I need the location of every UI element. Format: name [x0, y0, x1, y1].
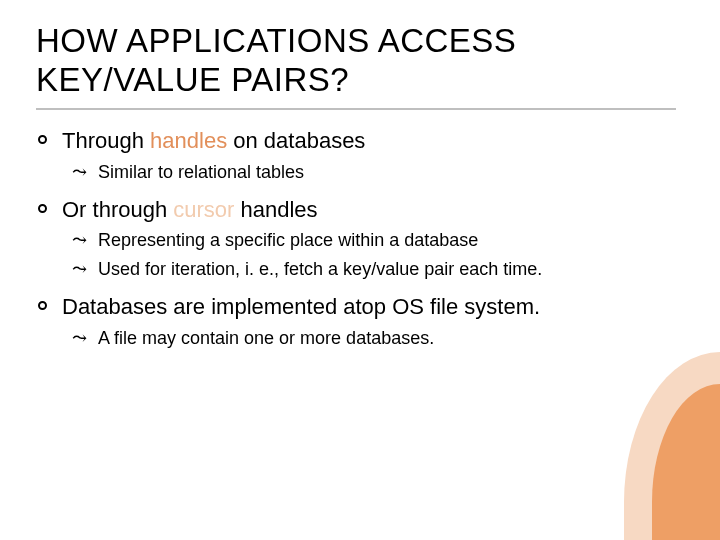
title-divider	[36, 108, 676, 110]
sub-text: Used for iteration, i. e., fetch a key/v…	[98, 259, 542, 279]
bullet-text-accent: handles	[150, 128, 227, 153]
bullet-text-accent: cursor	[173, 197, 234, 222]
bullet-text-pre: Or through	[62, 197, 173, 222]
bullet-text-post: on databases	[227, 128, 365, 153]
bullet-list: Through handles on databases ⤳ Similar t…	[36, 126, 684, 351]
swirl-icon: ⤳	[72, 228, 87, 253]
swirl-icon: ⤳	[72, 326, 87, 351]
sub-item: ⤳ A file may contain one or more databas…	[70, 326, 684, 351]
sub-item: ⤳ Similar to relational tables	[70, 160, 684, 185]
bullet-item: Through handles on databases ⤳ Similar t…	[36, 126, 684, 185]
sub-text: Similar to relational tables	[98, 162, 304, 182]
sub-text: Representing a specific place within a d…	[98, 230, 478, 250]
sub-list: ⤳ A file may contain one or more databas…	[62, 326, 684, 351]
bullet-text-pre: Databases are implemented atop OS file s…	[62, 294, 540, 319]
bullet-text-pre: Through	[62, 128, 150, 153]
swirl-icon: ⤳	[72, 160, 87, 185]
slide: HOW APPLICATIONS ACCESS KEY/VALUE PAIRS?…	[0, 0, 720, 540]
corner-decoration	[620, 350, 720, 540]
bullet-item: Databases are implemented atop OS file s…	[36, 292, 684, 351]
sub-item: ⤳ Used for iteration, i. e., fetch a key…	[70, 257, 684, 282]
swirl-icon: ⤳	[72, 257, 87, 282]
sub-list: ⤳ Similar to relational tables	[62, 160, 684, 185]
bullet-text-post: handles	[234, 197, 317, 222]
title-line-2: KEY/VALUE PAIRS?	[36, 61, 349, 98]
bullet-item: Or through cursor handles ⤳ Representing…	[36, 195, 684, 282]
title-line-1: HOW APPLICATIONS ACCESS	[36, 22, 516, 59]
sub-text: A file may contain one or more databases…	[98, 328, 434, 348]
sub-item: ⤳ Representing a specific place within a…	[70, 228, 684, 253]
slide-title: HOW APPLICATIONS ACCESS KEY/VALUE PAIRS?	[36, 22, 684, 100]
sub-list: ⤳ Representing a specific place within a…	[62, 228, 684, 281]
